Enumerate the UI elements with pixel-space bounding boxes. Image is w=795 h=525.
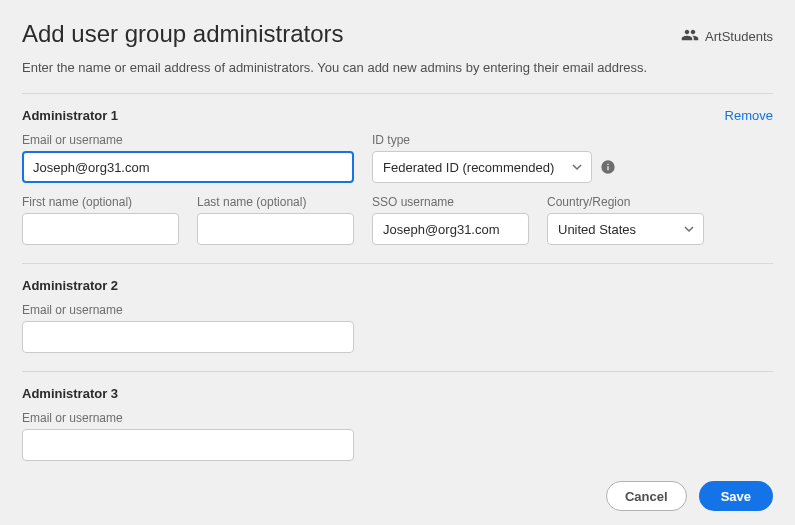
- instructions-text: Enter the name or email address of admin…: [22, 60, 773, 75]
- admin-title: Administrator 1: [22, 108, 118, 123]
- last-name-label: Last name (optional): [197, 195, 354, 209]
- info-icon[interactable]: [600, 159, 616, 175]
- first-name-label: First name (optional): [22, 195, 179, 209]
- page-title: Add user group administrators: [22, 20, 344, 48]
- country-value: United States: [547, 213, 704, 245]
- users-icon: [681, 26, 699, 47]
- divider: [22, 93, 773, 94]
- group-name: ArtStudents: [705, 29, 773, 44]
- first-name-input[interactable]: [22, 213, 179, 245]
- email-label: Email or username: [22, 303, 354, 317]
- country-label: Country/Region: [547, 195, 704, 209]
- id-type-value: Federated ID (recommended): [372, 151, 592, 183]
- last-name-input[interactable]: [197, 213, 354, 245]
- sso-username-label: SSO username: [372, 195, 529, 209]
- admin-title: Administrator 2: [22, 278, 118, 293]
- cancel-button[interactable]: Cancel: [606, 481, 687, 511]
- remove-link[interactable]: Remove: [725, 108, 773, 123]
- sso-username-input[interactable]: [372, 213, 529, 245]
- group-badge: ArtStudents: [681, 26, 773, 47]
- email-input[interactable]: [22, 429, 354, 461]
- administrator-section-3: Administrator 3 Email or username: [22, 386, 773, 461]
- save-button[interactable]: Save: [699, 481, 773, 511]
- administrator-section-2: Administrator 2 Email or username: [22, 278, 773, 353]
- administrator-section-1: Administrator 1 Remove Email or username…: [22, 108, 773, 245]
- divider: [22, 263, 773, 264]
- footer-actions: Cancel Save: [606, 481, 773, 511]
- admin-title: Administrator 3: [22, 386, 118, 401]
- email-input[interactable]: [22, 321, 354, 353]
- id-type-select[interactable]: Federated ID (recommended): [372, 151, 592, 183]
- id-type-label: ID type: [372, 133, 592, 147]
- country-select[interactable]: United States: [547, 213, 704, 245]
- email-input[interactable]: [22, 151, 354, 183]
- email-label: Email or username: [22, 133, 354, 147]
- divider: [22, 371, 773, 372]
- email-label: Email or username: [22, 411, 354, 425]
